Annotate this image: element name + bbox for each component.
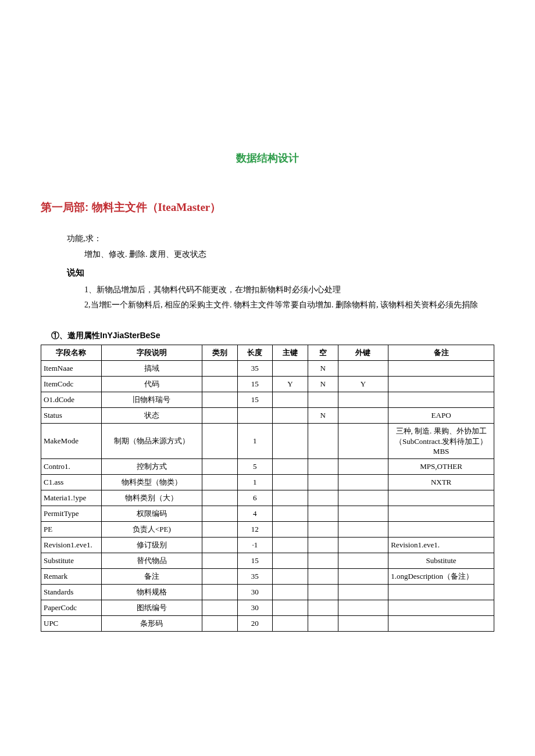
table-1-body: ItemNaae搞域35NItemCodc代码15YNYO1.dCode旧物料瑞… <box>41 360 494 631</box>
table-cell <box>338 474 388 490</box>
table-cell: PE <box>41 521 102 537</box>
table-cell <box>338 600 388 615</box>
table-cell: 1 <box>237 474 273 490</box>
section-heading: 第一局部: 物料主文件（IteaMaster） <box>41 200 494 215</box>
table-cell: Remark <box>41 568 102 584</box>
table-cell: 1.ongDescription（备注） <box>388 568 494 584</box>
table-cell <box>273 584 308 600</box>
function-line: 增加、修改. 删除. 废用、更改状态 <box>41 247 494 263</box>
table-cell: 35 <box>237 360 273 376</box>
table-cell: PermitType <box>41 506 102 521</box>
th-field-name: 字段名称 <box>41 345 102 360</box>
table-cell <box>308 506 338 521</box>
table-cell <box>237 407 273 423</box>
note-label: 说知 <box>41 264 494 281</box>
table-row: O1.dCode旧物料瑞号15 <box>41 392 494 407</box>
table-cell <box>388 506 494 521</box>
table-cell <box>308 521 338 537</box>
table-cell <box>308 537 338 553</box>
table-cell: 状态 <box>101 407 202 423</box>
th-pk: 主键 <box>273 345 308 360</box>
table-cell <box>202 553 237 568</box>
table-cell: EAPO <box>388 407 494 423</box>
table-cell <box>308 553 338 568</box>
table-cell <box>202 615 237 631</box>
table-cell <box>308 615 338 631</box>
table-cell: 15 <box>237 376 273 392</box>
table-cell: N <box>308 376 338 392</box>
table-cell <box>273 474 308 490</box>
table-cell <box>202 423 237 458</box>
table-cell: 修订级别 <box>101 537 202 553</box>
table-cell: 三种, 制造. 果购、外协加工（SubContract.发料待加工）MBS <box>388 423 494 458</box>
table-cell: MPS,OTHER <box>388 458 494 474</box>
th-remark: 备注 <box>388 345 494 360</box>
table-cell: 负责人<PE) <box>101 521 202 537</box>
table-cell <box>308 474 338 490</box>
table-row: Standards物料规格30 <box>41 584 494 600</box>
table-cell: Status <box>41 407 102 423</box>
table-cell: 6 <box>237 490 273 506</box>
table-cell <box>338 506 388 521</box>
table-cell <box>338 392 388 407</box>
table-cell <box>202 490 237 506</box>
table-cell: 代码 <box>101 376 202 392</box>
section-heading-body: 物料主文件（ <box>88 201 158 213</box>
table-cell: 物料类别（大） <box>101 490 202 506</box>
section-heading-prefix: 第一局部: <box>41 201 88 213</box>
table-cell <box>338 615 388 631</box>
th-fk: 外键 <box>338 345 388 360</box>
table-cell: 控制方式 <box>101 458 202 474</box>
table-cell <box>202 537 237 553</box>
th-null: 空 <box>308 345 338 360</box>
table-row: C1.ass物料类型（物类）1NXTR <box>41 474 494 490</box>
table-cell <box>273 521 308 537</box>
table-cell: Substitute <box>41 553 102 568</box>
note-line-1: 1、新物品增加后，其物料代码不能更改，在增扣新物料时必须小心处理 <box>41 282 494 298</box>
table-cell: 图纸编号 <box>101 600 202 615</box>
table-cell <box>308 458 338 474</box>
table-cell <box>338 521 388 537</box>
table-1: 字段名称 字段说明 类别 长度 主键 空 外键 备注 ItemNaae搞域35N… <box>41 345 494 632</box>
table-row: Revision1.eve1.修订级别·1Revision1.eve1. <box>41 537 494 553</box>
table-row: Contro1.控制方式5MPS,OTHER <box>41 458 494 474</box>
table-cell: 权限编码 <box>101 506 202 521</box>
table-cell: 制期（物品来源方式） <box>101 423 202 458</box>
table-cell <box>202 600 237 615</box>
table-cell: O1.dCode <box>41 392 102 407</box>
note-line-2: 2,当增E一个新物料后, 相应的采购主文件. 物料主文件等常要自动增加. 删除物… <box>41 298 494 313</box>
table-1-head: 字段名称 字段说明 类别 长度 主键 空 外键 备注 <box>41 345 494 360</box>
table-cell <box>388 392 494 407</box>
main-title: 数据结构设计 <box>41 151 494 165</box>
table-cell <box>388 360 494 376</box>
table-row: PaperCodc图纸编号30 <box>41 600 494 615</box>
table-cell: 12 <box>237 521 273 537</box>
table-cell <box>338 490 388 506</box>
table-cell <box>338 553 388 568</box>
table-cell <box>202 360 237 376</box>
table-cell: 5 <box>237 458 273 474</box>
table-cell <box>388 490 494 506</box>
table-cell <box>273 615 308 631</box>
th-length: 长度 <box>237 345 273 360</box>
th-type: 类别 <box>202 345 237 360</box>
table-cell: 条形码 <box>101 615 202 631</box>
table-cell <box>308 584 338 600</box>
page-content: 数据结构设计 第一局部: 物料主文件（IteaMaster） 功能,求： 增加、… <box>0 0 535 678</box>
table-cell <box>308 392 338 407</box>
table-cell: Y <box>338 376 388 392</box>
table-cell: 搞域 <box>101 360 202 376</box>
table-cell <box>308 423 338 458</box>
table-cell <box>202 407 237 423</box>
table-row: PermitType权限编码4 <box>41 506 494 521</box>
table-row: PE负责人<PE)12 <box>41 521 494 537</box>
table-cell: Materia1.!ype <box>41 490 102 506</box>
table-cell: 1 <box>237 423 273 458</box>
table-cell: UPC <box>41 615 102 631</box>
table-cell: Contro1. <box>41 458 102 474</box>
table-cell <box>308 490 338 506</box>
table-cell <box>273 506 308 521</box>
table-cell: Revision1.eve1. <box>388 537 494 553</box>
table-cell: 15 <box>237 392 273 407</box>
table-cell <box>202 521 237 537</box>
